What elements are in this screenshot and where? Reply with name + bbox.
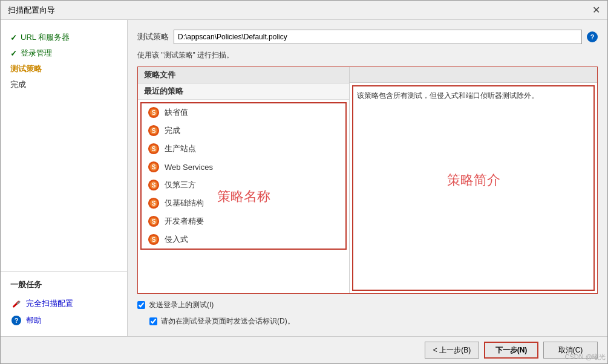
watermark: CSDN @曦光 [565,353,606,362]
back-button[interactable]: < 上一步(B) [425,342,479,359]
policy-label-thirdparty: 仅第三方 [165,180,196,190]
checkbox1-label[interactable]: 发送登录上的测试(I) [149,300,214,310]
policy-label-webservices: Web Services [165,163,213,172]
full-scan-label: 完全扫描配置 [26,298,73,309]
close-button[interactable]: ✕ [592,5,600,15]
policy-label-complete: 完成 [165,125,180,136]
checkbox2-label[interactable]: 请勿在测试登录页面时发送会话标识(D)。 [161,316,295,327]
title-bar: 扫描配置向导 ✕ [1,1,607,20]
svg-text:S: S [152,128,156,134]
policy-icon-developer: S [148,215,160,227]
policy-right: 该策略包含所有测试，但侵入式和端口侦听器测试除外。 策略简介 [350,67,597,293]
sidebar-label-login: 登录管理 [21,48,52,59]
policy-item-invasive[interactable]: S 侵入式 [142,230,345,249]
check-icon-url: ✓ [10,33,17,42]
sidebar-label-strategy: 测试策略 [10,63,42,74]
button-row: < 上一步(B) 下一步(N) 取消(C) [1,336,607,363]
svg-text:S: S [152,146,156,152]
sidebar-bottom: 一般任务 完全扫描配置 ? [1,271,127,336]
checkbox2-row: 请勿在测试登录页面时发送会话标识(D)。 [137,316,598,327]
policy-files-header: 策略文件 [138,67,349,83]
dialog-body: ✓ URL 和服务器 ✓ 登录管理 测试策略 完成 一般任务 [1,20,607,336]
help-icon: ? [10,314,22,327]
svg-text:S: S [152,218,156,225]
sidebar-label-complete: 完成 [10,79,26,90]
recent-policies-header: 最近的策略 [138,83,349,100]
policy-item-production[interactable]: S 生产站点 [142,140,345,158]
policy-icon-production: S [148,143,160,155]
policy-left: 策略文件 最近的策略 S 缺省值 [138,67,350,293]
policy-list[interactable]: S 缺省值 S 完成 [138,100,349,293]
checkbox2[interactable] [149,317,157,325]
strategy-help-icon[interactable]: ? [587,31,598,42]
strategy-row: 测试策略 ? [137,30,598,44]
svg-text:?: ? [15,317,19,324]
svg-text:S: S [152,109,156,116]
main-content: 测试策略 ? 使用该 "测试策略" 进行扫描。 策略文件 最近的策略 [128,20,607,336]
policy-item-thirdparty[interactable]: S 仅第三方 [142,176,345,194]
policy-area: 策略文件 最近的策略 S 缺省值 [137,67,598,294]
hint-text: 使用该 "测试策略" 进行扫描。 [137,50,598,60]
dialog: 扫描配置向导 ✕ ✓ URL 和服务器 ✓ 登录管理 测试策略 完成 [0,0,608,364]
policy-item-infrastructure[interactable]: S 仅基础结构 [142,194,345,212]
svg-text:S: S [152,200,156,207]
svg-text:S: S [152,164,156,171]
policy-label-production: 生产站点 [165,143,196,154]
policy-item-complete[interactable]: S 完成 [142,122,345,140]
sidebar-item-complete[interactable]: 完成 [10,77,117,93]
help-action[interactable]: ? 帮助 [10,312,117,329]
help-label: 帮助 [26,315,42,326]
dialog-title: 扫描配置向导 [8,5,55,16]
strategy-label: 测试策略 [137,31,169,42]
policy-description: 该策略包含所有测试，但侵入式和端口侦听器测试除外。 [352,85,595,291]
wrench-icon [10,297,22,310]
policy-icon-complete: S [148,125,160,137]
checkbox1-row: 发送登录上的测试(I) [137,300,598,310]
policy-icon-webservices: S [148,161,160,173]
policy-icon-invasive: S [148,233,160,245]
check-icon-login: ✓ [10,49,17,58]
policy-icon-thirdparty: S [148,179,160,191]
policy-icon-infrastructure: S [148,197,160,209]
policy-label-infrastructure: 仅基础结构 [165,198,204,209]
svg-text:S: S [152,236,156,243]
strategy-input[interactable] [174,30,582,44]
sidebar-item-url-server[interactable]: ✓ URL 和服务器 [10,30,117,45]
sidebar-item-login-mgmt[interactable]: ✓ 登录管理 [10,45,117,61]
general-tasks-title: 一般任务 [10,279,117,290]
sidebar-label-url-server: URL 和服务器 [21,32,70,43]
policy-label-default: 缺省值 [165,107,188,118]
policy-item-default[interactable]: S 缺省值 [142,103,345,122]
svg-text:S: S [152,182,156,189]
next-button[interactable]: 下一步(N) [484,342,538,359]
sidebar: ✓ URL 和服务器 ✓ 登录管理 测试策略 完成 一般任务 [1,20,128,336]
sidebar-item-test-strategy[interactable]: 测试策略 [10,61,117,77]
policy-icon-default: S [148,106,160,119]
checkbox1[interactable] [137,301,145,309]
policy-label-developer: 开发者精要 [165,216,204,227]
sidebar-nav: ✓ URL 和服务器 ✓ 登录管理 测试策略 完成 [1,30,127,93]
full-scan-action[interactable]: 完全扫描配置 [10,295,117,312]
policy-item-webservices[interactable]: S Web Services [142,158,345,176]
policy-item-developer[interactable]: S 开发者精要 [142,212,345,230]
policy-list-inner: S 缺省值 S 完成 [140,102,347,250]
policy-label-invasive: 侵入式 [165,234,188,245]
